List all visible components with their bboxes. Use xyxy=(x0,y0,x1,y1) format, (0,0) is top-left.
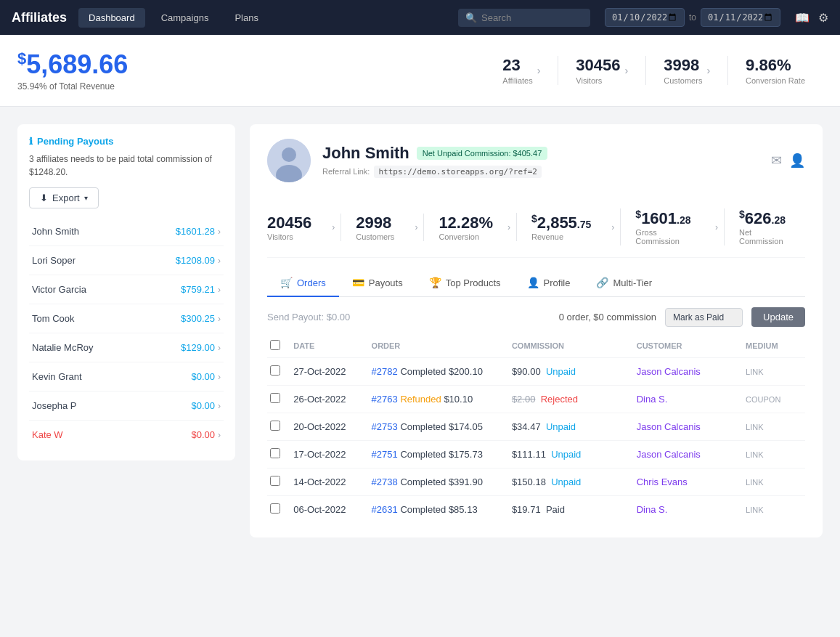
list-item[interactable]: Tom Cook $300.25 › xyxy=(29,304,224,333)
tab-orders[interactable]: 🛒 Orders xyxy=(267,269,339,297)
export-button[interactable]: ⬇ Export ▾ xyxy=(29,187,99,208)
medium-cell: COUPON xyxy=(743,386,805,413)
detail-tabs: 🛒 Orders 💳 Payouts 🏆 Top Products 👤 Prof… xyxy=(267,269,805,297)
order-number-link[interactable]: #2738 xyxy=(372,476,398,487)
date-from-input[interactable] xyxy=(605,8,685,27)
customer-link[interactable]: Dina S. xyxy=(637,394,668,405)
commission-cell: $90.00 Unpaid xyxy=(509,358,634,386)
metric-arrow: › xyxy=(332,222,335,232)
book-icon[interactable]: 📖 xyxy=(795,11,810,25)
affiliate-name-1: Lori Soper xyxy=(32,255,76,266)
customer-cell: Jason Calcanis xyxy=(634,358,743,386)
commission-cell: $111.11 Unpaid xyxy=(509,441,634,468)
mark-paid-select[interactable]: Mark as Paid Mark as Unpaid xyxy=(665,308,743,327)
customer-link[interactable]: Dina S. xyxy=(637,504,668,515)
order-number-link[interactable]: #2763 xyxy=(372,394,398,405)
send-payout-btn[interactable]: Send Payout: $0.00 xyxy=(267,312,350,322)
nav-plans[interactable]: Plans xyxy=(224,8,269,28)
metric-conversion: 12.28% Conversion xyxy=(423,214,507,241)
tab-profile[interactable]: 👤 Profile xyxy=(514,269,584,297)
select-all-checkbox[interactable] xyxy=(270,340,280,350)
metric-gross-commission-label: Gross Commission xyxy=(635,228,695,246)
order-number-link[interactable]: #2782 xyxy=(372,366,398,377)
medium-tag: LINK xyxy=(746,423,763,431)
tab-payouts-label: Payouts xyxy=(369,277,403,288)
list-item[interactable]: Natalie McRoy $129.00 › xyxy=(29,333,224,362)
list-item[interactable]: Kevin Grant $0.00 › xyxy=(29,362,224,391)
row-checkbox[interactable] xyxy=(270,421,280,431)
stat-conversion-label: Conversion Rate xyxy=(746,76,805,85)
email-icon[interactable]: ✉ xyxy=(771,153,782,169)
affiliate-detail-header: John Smith Net Unpaid Commission: $405.4… xyxy=(267,139,805,182)
customer-cell: Jason Calcanis xyxy=(634,413,743,441)
list-item[interactable]: Victor Garcia $759.21 › xyxy=(29,275,224,304)
row-checkbox[interactable] xyxy=(270,393,280,403)
commission-cell: $19.71 Paid xyxy=(509,496,634,524)
search-box: 🔍 xyxy=(458,9,590,27)
app-header: Affiliates Dashboard Campaigns Plans 🔍 t… xyxy=(0,0,840,35)
order-number-link[interactable]: #2631 xyxy=(372,504,398,515)
affiliate-info: John Smith Net Unpaid Commission: $405.4… xyxy=(322,144,759,178)
affiliate-amount-0: $1601.28 › xyxy=(176,226,221,237)
order-number-link[interactable]: #2751 xyxy=(372,449,398,460)
chevron-right-icon: › xyxy=(218,285,221,295)
order-number-link[interactable]: #2753 xyxy=(372,421,398,432)
payment-status: Paid xyxy=(546,504,565,515)
customer-link[interactable]: Chris Evans xyxy=(637,476,688,487)
revenue-block: $5,689.66 35.94% of Total Revenue xyxy=(17,49,128,92)
metric-gross-commission: $1601.28 Gross Commission xyxy=(620,208,709,246)
update-button[interactable]: Update xyxy=(751,307,805,327)
app-logo: Affiliates xyxy=(12,10,67,25)
tab-top-products-label: Top Products xyxy=(446,277,501,288)
medium-cell: LINK xyxy=(743,413,805,441)
payment-status: Rejected xyxy=(541,394,578,405)
order-date: 14-Oct-2022 xyxy=(290,468,368,496)
row-checkbox[interactable] xyxy=(270,365,280,376)
nav-dashboard[interactable]: Dashboard xyxy=(78,8,145,28)
tab-multi-tier[interactable]: 🔗 Multi-Tier xyxy=(583,269,665,297)
order-amount: $85.13 xyxy=(449,504,478,515)
gear-icon[interactable]: ⚙ xyxy=(818,11,828,25)
affiliate-name-2: Victor Garcia xyxy=(32,284,86,295)
affiliate-amount-4: $129.00 › xyxy=(181,342,221,353)
commission-cell: $34.47 Unpaid xyxy=(509,413,634,441)
order-info-cell: #2751 Completed $175.73 xyxy=(369,441,509,468)
orders-toolbar: Send Payout: $0.00 0 order, $0 commissio… xyxy=(267,297,805,334)
search-input[interactable] xyxy=(481,12,583,23)
header-icons: 📖 ⚙ xyxy=(795,11,828,25)
order-info-cell: #2631 Completed $85.13 xyxy=(369,496,509,524)
pending-payouts-title: ℹ Pending Payouts xyxy=(29,136,224,147)
user-circle-icon[interactable]: 👤 xyxy=(789,153,805,169)
export-label: Export xyxy=(52,192,80,203)
row-checkbox[interactable] xyxy=(270,476,280,486)
tab-payouts[interactable]: 💳 Payouts xyxy=(339,269,416,297)
net-unpaid-badge: Net Unpaid Commission: $405.47 xyxy=(417,147,547,160)
main-content: ℹ Pending Payouts 3 affiliates needs to … xyxy=(0,107,840,555)
affiliate-amount-6: $0.00 › xyxy=(191,400,221,411)
medium-tag: LINK xyxy=(746,506,763,514)
commission-value: $90.00 xyxy=(512,366,541,377)
nav-campaigns[interactable]: Campaigns xyxy=(151,8,219,28)
list-item[interactable]: Kate W $0.00 › xyxy=(29,421,224,449)
medium-tag: LINK xyxy=(746,450,763,459)
tab-top-products[interactable]: 🏆 Top Products xyxy=(416,269,514,297)
metric-customers: 2998 Customers xyxy=(341,214,409,241)
list-item[interactable]: Josepha P $0.00 › xyxy=(29,391,224,421)
stat-visitors-number: 30456 xyxy=(576,56,620,75)
chevron-right-icon: › xyxy=(218,256,221,266)
orders-icon: 🛒 xyxy=(280,277,293,288)
stat-affiliates-label: Affiliates xyxy=(502,76,532,85)
customer-link[interactable]: Jason Calcanis xyxy=(637,449,701,460)
stat-arrow-customers: › xyxy=(706,65,710,76)
list-item[interactable]: John Smith $1601.28 › xyxy=(29,217,224,246)
table-row: 14-Oct-2022 #2738 Completed $391.90 $150… xyxy=(267,468,805,496)
row-checkbox[interactable] xyxy=(270,503,280,514)
customer-link[interactable]: Jason Calcanis xyxy=(637,421,701,432)
svg-point-1 xyxy=(282,147,296,162)
date-to-input[interactable] xyxy=(701,8,780,27)
col-header-commission: COMMISSION xyxy=(509,334,634,358)
date-separator: to xyxy=(689,12,696,23)
list-item[interactable]: Lori Soper $1208.09 › xyxy=(29,246,224,275)
customer-link[interactable]: Jason Calcanis xyxy=(637,366,701,377)
row-checkbox[interactable] xyxy=(270,448,280,458)
